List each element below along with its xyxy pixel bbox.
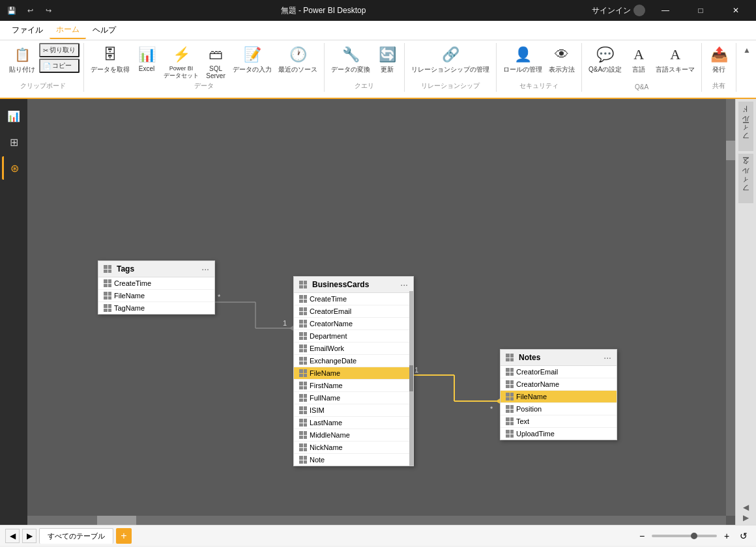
publish-button[interactable]: 📤 発行: [706, 43, 732, 76]
table-row: CreatorName: [294, 318, 413, 330]
table-notes-more[interactable]: ···: [603, 352, 611, 363]
next-tab-btn[interactable]: ▶: [22, 529, 36, 543]
language-icon: A: [628, 44, 649, 65]
filters-panel-btn[interactable]: フィルター: [738, 154, 753, 203]
model-view-icon[interactable]: ⊛: [2, 156, 25, 180]
table-row: Note: [294, 454, 413, 466]
canvas-area[interactable]: * 1 1 * Tags: [27, 99, 735, 525]
svg-text:*: *: [218, 293, 221, 301]
qa-settings-label: Q&Aの設定: [589, 65, 622, 74]
powerbi-dataset-button[interactable]: ⚡ Power BIデータセット: [161, 43, 201, 81]
qa-settings-icon: 💬: [595, 44, 616, 65]
paste-button[interactable]: 📋 貼り付け: [7, 43, 38, 76]
transform-data-icon: 🔧: [340, 44, 361, 65]
minimize-button[interactable]: —: [650, 0, 680, 21]
recent-sources-label: 最近のソース: [278, 65, 317, 74]
menu-help[interactable]: ヘルプ: [86, 22, 123, 38]
ribbon-group-clipboard: 📋 貼り付け ✂ 切り取り 📄 コピー: [3, 43, 84, 92]
undo-icon[interactable]: ↩: [23, 4, 36, 17]
excel-button[interactable]: 📊 Excel: [134, 43, 160, 74]
paste-label: 貼り付け: [9, 65, 35, 74]
cut-icon: ✂: [43, 47, 48, 54]
ribbon-expand-button[interactable]: ▲: [740, 43, 753, 57]
cut-button[interactable]: ✂ 切り取り: [39, 43, 80, 57]
manage-roles-button[interactable]: 👤 ロールの管理: [501, 43, 545, 76]
data-label: データ: [194, 81, 214, 92]
menu-file[interactable]: ファイル: [5, 22, 50, 38]
main-layout: 📊 ⊞ ⊛ * 1 1 *: [0, 99, 756, 525]
signin-label: サインイン: [592, 5, 631, 16]
ribbon-group-query: 🔧 データの変換 🔄 更新 クエリ: [325, 43, 405, 92]
copy-label: コピー: [52, 61, 72, 70]
table-row: ISIM: [294, 404, 413, 417]
vertical-scrollbar[interactable]: [726, 99, 735, 516]
recent-sources-button[interactable]: 🕐 最近のソース: [276, 43, 320, 76]
report-view-icon[interactable]: 📊: [2, 104, 25, 128]
signin-button[interactable]: サインイン: [592, 5, 645, 16]
language-button[interactable]: A 言語: [626, 43, 652, 76]
table-row: CreateTime: [294, 293, 413, 305]
left-panel: 📊 ⊞ ⊛: [0, 99, 27, 525]
language-schema-button[interactable]: A 言語スキーマ: [653, 43, 697, 76]
transform-data-button[interactable]: 🔧 データの変換: [328, 43, 373, 76]
sql-icon: 🗃: [205, 44, 226, 65]
table-notes-name: Notes: [519, 353, 540, 362]
table-businesscards-name: BusinessCards: [312, 280, 369, 289]
zoom-slider[interactable]: [652, 535, 717, 537]
save-icon[interactable]: 💾: [5, 4, 18, 17]
close-button[interactable]: ✕: [721, 0, 751, 21]
zoom-out-btn[interactable]: −: [635, 529, 649, 543]
transform-data-label: データの変換: [331, 65, 370, 74]
table-row: CreatorName: [501, 378, 617, 391]
manage-roles-icon: 👤: [512, 44, 533, 65]
maximize-button[interactable]: □: [686, 0, 716, 21]
reset-zoom-btn[interactable]: ↺: [736, 529, 751, 543]
language-schema-icon: A: [665, 44, 686, 65]
publish-icon: 📤: [708, 44, 729, 65]
zoom-in-btn[interactable]: +: [720, 529, 734, 543]
security-label: セキュリティ: [519, 81, 559, 92]
relationships-label: リレーションシップ: [421, 81, 480, 92]
sql-button[interactable]: 🗃 SQLServer: [203, 43, 229, 81]
clipboard-label: クリップボード: [20, 81, 66, 92]
table-tags[interactable]: Tags ··· CreateTime FileName TagName: [98, 260, 215, 315]
ribbon-group-security: 👤 ロールの管理 👁 表示方法 セキュリティ: [497, 43, 582, 92]
table-tags-rows: CreateTime FileName TagName: [98, 277, 214, 314]
table-businesscards-more[interactable]: ···: [400, 279, 408, 290]
fields-panel-btn[interactable]: フィールド: [738, 102, 753, 151]
qa-settings-button[interactable]: 💬 Q&Aの設定: [586, 43, 624, 76]
data-input-button[interactable]: 📝 データの入力: [230, 43, 274, 76]
menu-home[interactable]: ホーム: [50, 21, 86, 39]
table-businesscards[interactable]: BusinessCards ··· CreateTime CreatorEmai…: [293, 276, 414, 466]
manage-relationships-button[interactable]: 🔗 リレーションシップの管理: [409, 43, 492, 76]
table-row: FirstName: [294, 380, 413, 392]
prev-tab-btn[interactable]: ◀: [5, 529, 20, 543]
svg-text:*: *: [490, 405, 493, 413]
table-row: CreateTime: [98, 277, 214, 290]
table-notes[interactable]: Notes ··· CreatorEmail CreatorName FileN…: [500, 349, 617, 440]
table-tags-header: Tags ···: [98, 261, 214, 277]
table-row: CreatorEmail: [501, 366, 617, 378]
horizontal-scrollbar[interactable]: [27, 516, 726, 525]
collapse-right-btn[interactable]: ◀: [743, 503, 749, 512]
publish-label: 発行: [712, 65, 725, 74]
table-view-icon[interactable]: ⊞: [2, 130, 25, 154]
add-tab-button[interactable]: +: [116, 528, 132, 544]
redo-icon[interactable]: ↪: [42, 4, 55, 17]
table-row: Text: [501, 415, 617, 428]
expand-right-btn[interactable]: ▶: [743, 513, 749, 522]
user-avatar: [633, 5, 645, 16]
view-as-button[interactable]: 👁 表示方法: [546, 43, 577, 76]
refresh-button[interactable]: 🔄 更新: [374, 43, 400, 76]
manage-relationships-icon: 🔗: [440, 44, 461, 65]
get-data-label: データを取得: [91, 65, 130, 74]
qa-label: Q&A: [635, 83, 648, 92]
copy-button[interactable]: 📄 コピー: [39, 59, 80, 73]
table-row: CreatorEmail: [294, 305, 413, 318]
table-row: FullName: [294, 392, 413, 404]
table-tags-name: Tags: [117, 264, 134, 274]
view-as-icon: 👁: [551, 44, 572, 65]
table-tags-more[interactable]: ···: [201, 264, 209, 274]
get-data-button[interactable]: 🗄 データを取得: [88, 43, 132, 76]
all-tables-tab[interactable]: すべてのテーブル: [39, 528, 113, 544]
